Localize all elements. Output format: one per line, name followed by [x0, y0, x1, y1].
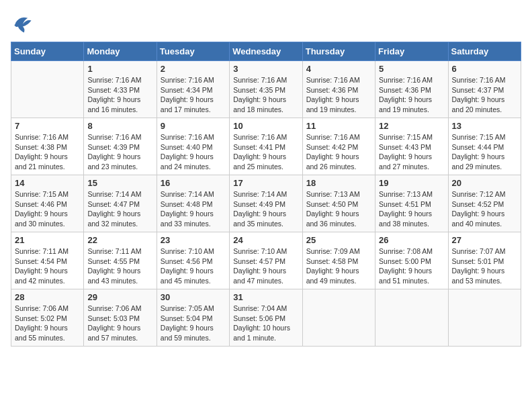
- day-number: 10: [233, 121, 298, 131]
- day-number: 16: [161, 178, 226, 188]
- day-number: 25: [306, 235, 371, 245]
- day-info: Sunrise: 7:07 AMSunset: 5:01 PMDaylight:…: [452, 246, 517, 286]
- calendar-table: SundayMondayTuesdayWednesdayThursdayFrid…: [11, 42, 521, 347]
- day-info: Sunrise: 7:16 AMSunset: 4:40 PMDaylight:…: [161, 132, 226, 172]
- day-cell: [302, 289, 375, 347]
- day-number: 4: [306, 64, 371, 74]
- header-row: SundayMondayTuesdayWednesdayThursdayFrid…: [11, 42, 521, 61]
- day-number: 29: [87, 292, 152, 302]
- day-info: Sunrise: 7:15 AMSunset: 4:46 PMDaylight:…: [15, 189, 80, 229]
- day-number: 6: [452, 64, 517, 74]
- week-row-5: 28 Sunrise: 7:06 AMSunset: 5:02 PMDaylig…: [11, 289, 521, 347]
- day-cell: 7 Sunrise: 7:16 AMSunset: 4:38 PMDayligh…: [11, 118, 84, 175]
- day-info: Sunrise: 7:06 AMSunset: 5:03 PMDaylight:…: [87, 304, 152, 343]
- day-number: 19: [379, 178, 444, 188]
- day-info: Sunrise: 7:11 AMSunset: 4:54 PMDaylight:…: [15, 246, 80, 286]
- day-number: 31: [233, 292, 298, 302]
- day-number: 28: [15, 292, 80, 302]
- day-number: 15: [87, 178, 152, 188]
- day-number: 26: [379, 235, 444, 245]
- day-cell: 31 Sunrise: 7:04 AMSunset: 5:06 PMDaylig…: [230, 289, 302, 347]
- day-number: 21: [15, 235, 80, 245]
- day-info: Sunrise: 7:13 AMSunset: 4:51 PMDaylight:…: [379, 189, 444, 229]
- day-cell: 2 Sunrise: 7:16 AMSunset: 4:34 PMDayligh…: [157, 61, 229, 118]
- day-info: Sunrise: 7:16 AMSunset: 4:35 PMDaylight:…: [233, 75, 298, 115]
- day-cell: 24 Sunrise: 7:10 AMSunset: 4:57 PMDaylig…: [230, 232, 302, 289]
- day-cell: 14 Sunrise: 7:15 AMSunset: 4:46 PMDaylig…: [11, 175, 84, 232]
- day-info: Sunrise: 7:10 AMSunset: 4:57 PMDaylight:…: [233, 246, 298, 286]
- day-cell: 12 Sunrise: 7:15 AMSunset: 4:43 PMDaylig…: [375, 118, 448, 175]
- day-cell: [375, 289, 448, 347]
- day-cell: 3 Sunrise: 7:16 AMSunset: 4:35 PMDayligh…: [230, 61, 302, 118]
- day-cell: 27 Sunrise: 7:07 AMSunset: 5:01 PMDaylig…: [448, 232, 521, 289]
- day-cell: [11, 61, 84, 118]
- day-info: Sunrise: 7:06 AMSunset: 5:02 PMDaylight:…: [15, 304, 80, 343]
- header-sunday: Sunday: [11, 42, 84, 61]
- week-row-4: 21 Sunrise: 7:11 AMSunset: 4:54 PMDaylig…: [11, 232, 521, 289]
- day-cell: 20 Sunrise: 7:12 AMSunset: 4:52 PMDaylig…: [448, 175, 521, 232]
- day-cell: 11 Sunrise: 7:16 AMSunset: 4:42 PMDaylig…: [302, 118, 375, 175]
- day-info: Sunrise: 7:14 AMSunset: 4:48 PMDaylight:…: [161, 189, 226, 229]
- day-cell: 30 Sunrise: 7:05 AMSunset: 5:04 PMDaylig…: [157, 289, 229, 347]
- day-cell: 18 Sunrise: 7:13 AMSunset: 4:50 PMDaylig…: [302, 175, 375, 232]
- day-number: 8: [87, 121, 152, 131]
- page-header: [11, 11, 521, 35]
- day-cell: 21 Sunrise: 7:11 AMSunset: 4:54 PMDaylig…: [11, 232, 84, 289]
- day-number: 5: [379, 64, 444, 74]
- day-number: 7: [15, 121, 80, 131]
- day-info: Sunrise: 7:16 AMSunset: 4:37 PMDaylight:…: [452, 75, 517, 115]
- day-cell: 1 Sunrise: 7:16 AMSunset: 4:33 PMDayligh…: [84, 61, 157, 118]
- day-cell: 22 Sunrise: 7:11 AMSunset: 4:55 PMDaylig…: [84, 232, 157, 289]
- day-cell: 17 Sunrise: 7:14 AMSunset: 4:49 PMDaylig…: [230, 175, 302, 232]
- day-cell: 16 Sunrise: 7:14 AMSunset: 4:48 PMDaylig…: [157, 175, 229, 232]
- week-row-3: 14 Sunrise: 7:15 AMSunset: 4:46 PMDaylig…: [11, 175, 521, 232]
- header-thursday: Thursday: [302, 42, 375, 61]
- day-cell: 19 Sunrise: 7:13 AMSunset: 4:51 PMDaylig…: [375, 175, 448, 232]
- day-info: Sunrise: 7:16 AMSunset: 4:36 PMDaylight:…: [306, 75, 371, 115]
- day-info: Sunrise: 7:04 AMSunset: 5:06 PMDaylight:…: [233, 304, 298, 343]
- day-number: 3: [233, 64, 298, 74]
- day-number: 14: [15, 178, 80, 188]
- week-row-1: 1 Sunrise: 7:16 AMSunset: 4:33 PMDayligh…: [11, 61, 521, 118]
- day-number: 12: [379, 121, 444, 131]
- day-cell: 5 Sunrise: 7:16 AMSunset: 4:36 PMDayligh…: [375, 61, 448, 118]
- day-cell: 29 Sunrise: 7:06 AMSunset: 5:03 PMDaylig…: [84, 289, 157, 347]
- day-cell: 4 Sunrise: 7:16 AMSunset: 4:36 PMDayligh…: [302, 61, 375, 118]
- day-number: 1: [87, 64, 152, 74]
- header-saturday: Saturday: [448, 42, 521, 61]
- day-number: 24: [233, 235, 298, 245]
- day-info: Sunrise: 7:14 AMSunset: 4:47 PMDaylight:…: [87, 189, 152, 229]
- day-info: Sunrise: 7:05 AMSunset: 5:04 PMDaylight:…: [161, 304, 226, 343]
- day-info: Sunrise: 7:14 AMSunset: 4:49 PMDaylight:…: [233, 189, 298, 229]
- logo-icon: [11, 11, 35, 35]
- day-info: Sunrise: 7:15 AMSunset: 4:43 PMDaylight:…: [379, 132, 444, 172]
- day-number: 30: [161, 292, 226, 302]
- day-number: 13: [452, 121, 517, 131]
- logo: [11, 11, 38, 35]
- day-cell: 26 Sunrise: 7:08 AMSunset: 5:00 PMDaylig…: [375, 232, 448, 289]
- day-info: Sunrise: 7:16 AMSunset: 4:41 PMDaylight:…: [233, 132, 298, 172]
- day-info: Sunrise: 7:13 AMSunset: 4:50 PMDaylight:…: [306, 189, 371, 229]
- day-info: Sunrise: 7:16 AMSunset: 4:33 PMDaylight:…: [87, 75, 152, 115]
- week-row-2: 7 Sunrise: 7:16 AMSunset: 4:38 PMDayligh…: [11, 118, 521, 175]
- header-wednesday: Wednesday: [230, 42, 302, 61]
- day-cell: 9 Sunrise: 7:16 AMSunset: 4:40 PMDayligh…: [157, 118, 229, 175]
- day-info: Sunrise: 7:15 AMSunset: 4:44 PMDaylight:…: [452, 132, 517, 172]
- day-number: 27: [452, 235, 517, 245]
- day-cell: 13 Sunrise: 7:15 AMSunset: 4:44 PMDaylig…: [448, 118, 521, 175]
- day-number: 18: [306, 178, 371, 188]
- day-info: Sunrise: 7:12 AMSunset: 4:52 PMDaylight:…: [452, 189, 517, 229]
- day-info: Sunrise: 7:16 AMSunset: 4:39 PMDaylight:…: [87, 132, 152, 172]
- day-info: Sunrise: 7:16 AMSunset: 4:36 PMDaylight:…: [379, 75, 444, 115]
- day-cell: 23 Sunrise: 7:10 AMSunset: 4:56 PMDaylig…: [157, 232, 229, 289]
- day-cell: 6 Sunrise: 7:16 AMSunset: 4:37 PMDayligh…: [448, 61, 521, 118]
- day-cell: 28 Sunrise: 7:06 AMSunset: 5:02 PMDaylig…: [11, 289, 84, 347]
- day-number: 9: [161, 121, 226, 131]
- day-info: Sunrise: 7:16 AMSunset: 4:38 PMDaylight:…: [15, 132, 80, 172]
- day-cell: 8 Sunrise: 7:16 AMSunset: 4:39 PMDayligh…: [84, 118, 157, 175]
- day-info: Sunrise: 7:08 AMSunset: 5:00 PMDaylight:…: [379, 246, 444, 286]
- day-number: 2: [161, 64, 226, 74]
- day-info: Sunrise: 7:16 AMSunset: 4:34 PMDaylight:…: [161, 75, 226, 115]
- day-number: 22: [87, 235, 152, 245]
- day-cell: 25 Sunrise: 7:09 AMSunset: 4:58 PMDaylig…: [302, 232, 375, 289]
